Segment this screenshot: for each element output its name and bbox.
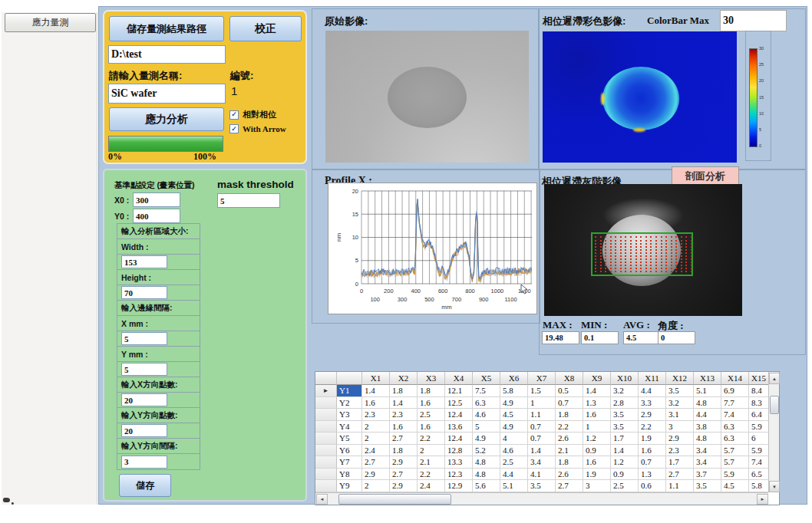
table-cell[interactable]: 7.7 xyxy=(721,397,749,410)
row-label-cell[interactable]: Y8 xyxy=(337,469,362,481)
table-cell[interactable]: 2.9 xyxy=(666,433,694,445)
relative-phase-checkbox[interactable]: ✓ 相對相位 xyxy=(229,109,276,120)
table-cell[interactable]: 1.8 xyxy=(556,409,583,421)
table-cell[interactable]: 6 xyxy=(749,433,769,445)
table-cell[interactable]: 3.3 xyxy=(639,397,666,410)
table-header-cell[interactable]: X11 xyxy=(639,372,666,385)
table-cell[interactable]: 4.9 xyxy=(500,421,528,433)
table-cell[interactable]: 2.4 xyxy=(418,480,445,492)
table-cell[interactable]: 2 xyxy=(418,445,445,457)
table-cell[interactable]: 6.3 xyxy=(473,397,500,410)
table-header-cell[interactable]: X7 xyxy=(528,372,556,385)
table-cell[interactable]: 5.8 xyxy=(500,385,528,397)
table-cell[interactable]: 12.4 xyxy=(445,409,473,421)
table-cell[interactable]: 0.5 xyxy=(556,385,583,397)
settings-input[interactable]: 20 xyxy=(121,393,167,406)
table-cell[interactable]: 2.7 xyxy=(390,469,418,481)
table-header-cell[interactable]: X8 xyxy=(556,372,583,385)
save-path-button[interactable]: 儲存量測結果路徑 xyxy=(109,16,224,41)
table-cell[interactable]: 1.3 xyxy=(639,469,666,481)
table-cell[interactable]: 6.4 xyxy=(749,409,769,421)
table-cell[interactable]: 3.5 xyxy=(611,421,639,433)
table-cell[interactable]: 1 xyxy=(528,397,556,410)
table-cell[interactable]: 1.8 xyxy=(390,445,418,457)
row-selector-cell[interactable] xyxy=(315,397,337,410)
table-cell[interactable]: 2.4 xyxy=(362,445,390,457)
x0-input[interactable]: 300 xyxy=(133,192,180,207)
table-cell[interactable]: 2.7 xyxy=(556,480,583,492)
max-value-field[interactable]: 19.48 xyxy=(542,331,579,344)
table-cell[interactable]: 12.4 xyxy=(445,433,473,445)
table-cell[interactable]: 1.8 xyxy=(390,385,418,397)
table-cell[interactable]: 4.6 xyxy=(473,409,500,421)
table-cell[interactable]: 2.6 xyxy=(556,433,583,445)
table-cell[interactable]: 1.6 xyxy=(583,409,611,421)
row-label-cell[interactable]: Y2 xyxy=(337,397,362,410)
table-cell[interactable]: 3 xyxy=(666,421,694,433)
table-cell[interactable]: 4.9 xyxy=(500,397,528,410)
table-cell[interactable]: 2.2 xyxy=(418,433,445,445)
table-cell[interactable]: 2.6 xyxy=(556,469,583,481)
table-cell[interactable]: 2.9 xyxy=(390,480,418,492)
table-cell[interactable]: 5.2 xyxy=(473,445,500,457)
table-cell[interactable]: 5.8 xyxy=(749,480,769,492)
row-label-cell[interactable]: Y7 xyxy=(337,456,362,469)
row-selector-cell[interactable] xyxy=(315,409,337,421)
tab-stress-measurement[interactable]: 應力量測 xyxy=(5,13,96,32)
table-cell[interactable]: 1.6 xyxy=(362,397,390,410)
vertical-scroll-thumb[interactable] xyxy=(770,396,779,414)
row-selector-cell[interactable] xyxy=(315,456,337,469)
table-cell[interactable]: 3.5 xyxy=(528,480,556,492)
table-cell[interactable]: 12.9 xyxy=(445,480,473,492)
table-cell[interactable]: 2.3 xyxy=(362,409,390,421)
table-header-cell[interactable]: X1 xyxy=(362,372,390,385)
table-cell[interactable]: 3 xyxy=(583,480,611,492)
table-cell[interactable]: 0.7 xyxy=(556,397,583,410)
table-cell[interactable]: 2.2 xyxy=(418,469,445,481)
row-selector-cell[interactable] xyxy=(315,469,337,481)
table-cell[interactable]: 4.5 xyxy=(500,409,528,421)
table-header-cell[interactable]: X9 xyxy=(583,372,611,385)
table-header-cell[interactable]: X3 xyxy=(418,372,445,385)
table-cell[interactable]: 5.9 xyxy=(749,445,769,457)
measurement-name-input[interactable]: SiC wafer xyxy=(108,84,226,104)
settings-input[interactable]: 3 xyxy=(121,456,167,469)
table-cell[interactable]: 4.8 xyxy=(473,469,500,481)
horizontal-scroll-thumb[interactable] xyxy=(338,494,451,505)
table-cell[interactable]: 7.4 xyxy=(721,409,749,421)
table-cell[interactable]: 2.7 xyxy=(390,433,418,445)
table-cell[interactable]: 3.8 xyxy=(694,421,721,433)
table-cell[interactable]: 3.5 xyxy=(694,480,721,492)
table-cell[interactable]: 1.4 xyxy=(390,397,418,410)
table-cell[interactable]: 2.7 xyxy=(362,456,390,469)
table-cell[interactable]: 5.6 xyxy=(473,480,500,492)
table-cell[interactable]: 1.6 xyxy=(583,456,611,469)
mask-threshold-input[interactable]: 5 xyxy=(217,193,280,208)
table-cell[interactable]: 5.9 xyxy=(721,469,749,481)
settings-input[interactable]: 153 xyxy=(121,255,167,268)
table-cell[interactable]: 0.7 xyxy=(528,433,556,445)
table-cell[interactable]: 6.3 xyxy=(721,433,749,445)
row-label-cell[interactable]: Y3 xyxy=(337,409,362,421)
table-cell[interactable]: 1.7 xyxy=(611,433,639,445)
min-value-field[interactable]: 0.1 xyxy=(581,331,619,344)
table-cell[interactable]: 0.7 xyxy=(528,421,556,433)
table-cell[interactable]: 8.3 xyxy=(749,397,769,410)
table-cell[interactable]: 5.7 xyxy=(721,456,749,469)
table-cell[interactable]: 1.6 xyxy=(418,397,445,410)
table-header-cell[interactable]: X14 xyxy=(721,372,749,385)
table-cell[interactable]: 4.8 xyxy=(694,433,721,445)
table-vertical-scrollbar[interactable]: ▲▼ xyxy=(768,372,779,492)
table-header-cell[interactable]: X10 xyxy=(611,372,639,385)
save-path-input[interactable]: D:\test xyxy=(108,45,226,64)
y0-input[interactable]: 400 xyxy=(133,209,180,223)
table-cell[interactable]: 1.2 xyxy=(611,456,639,469)
table-cell[interactable]: 5.1 xyxy=(500,480,528,492)
table-cell[interactable]: 6.3 xyxy=(721,421,749,433)
table-cell[interactable]: 2.2 xyxy=(556,421,583,433)
table-cell[interactable]: 1.8 xyxy=(418,385,445,397)
row-selector-cell[interactable] xyxy=(315,421,337,433)
table-cell[interactable]: 1.9 xyxy=(639,433,666,445)
table-cell[interactable]: 5.9 xyxy=(749,421,769,433)
scroll-up-icon[interactable]: ▲ xyxy=(769,373,780,384)
